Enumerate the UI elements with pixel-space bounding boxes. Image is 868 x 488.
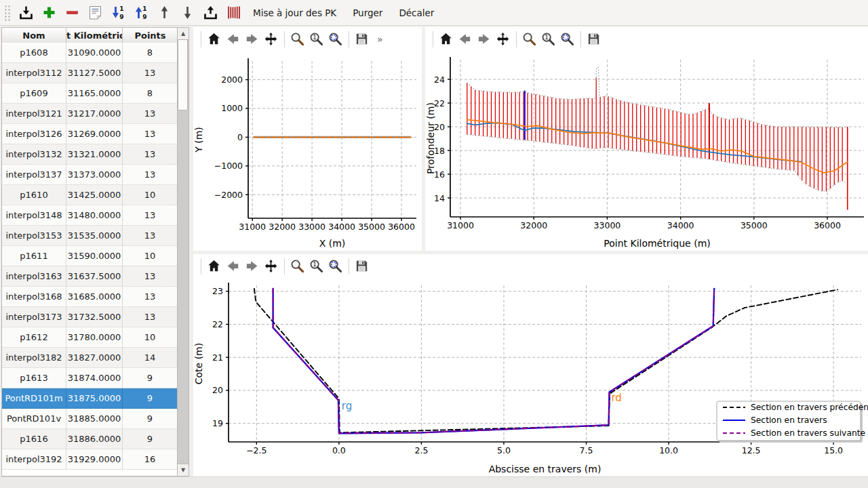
sort-descending-icon-button[interactable]: 19 — [108, 3, 128, 23]
table-row[interactable]: interpol312631269.000013 — [2, 124, 178, 144]
save-icon-button[interactable] — [353, 257, 372, 276]
zoom-fit-icon — [328, 31, 344, 47]
table-scrollbar[interactable]: ▲ ▼ — [177, 28, 189, 476]
purge-button[interactable]: Purger — [346, 3, 389, 22]
plan-chart[interactable]: 310003200033000340003500036000−2000−1000… — [193, 52, 422, 251]
table-cell: interpol3182 — [2, 348, 66, 368]
column-header-nom[interactable]: Nom — [2, 28, 66, 43]
export-icon-button[interactable] — [200, 3, 220, 23]
table-row[interactable]: interpol317331732.500013 — [2, 307, 178, 327]
shift-button[interactable]: Décaler — [392, 3, 441, 22]
table-cell: 8 — [123, 43, 178, 63]
toolbar-grip[interactable] — [3, 4, 10, 22]
table-cell: 10 — [123, 327, 178, 348]
table-cell: 9 — [123, 429, 178, 449]
toolbar-separator — [516, 31, 517, 47]
zoom-icon-button[interactable] — [288, 30, 307, 49]
forward-icon-button[interactable] — [243, 257, 262, 276]
import-icon-button[interactable] — [16, 3, 36, 23]
zoom-one-icon-button[interactable]: 1 — [307, 257, 326, 276]
table-cell: 31827.0000 — [66, 348, 123, 368]
table-cell: interpol3126 — [2, 124, 66, 144]
home-icon-button[interactable] — [205, 30, 224, 49]
zoom-fit-icon-button[interactable] — [558, 30, 577, 49]
table-scrollbar-thumb[interactable] — [178, 39, 188, 110]
column-header-point-kilometrique[interactable]: t Kilométrique — [66, 28, 123, 43]
table-row[interactable]: interpol315331535.000013 — [2, 226, 178, 246]
zoom-fit-icon — [328, 258, 344, 274]
pan-icon-button[interactable] — [494, 30, 513, 49]
save-icon-button[interactable] — [353, 30, 372, 49]
table-row[interactable]: p160831090.00008 — [2, 43, 178, 63]
table-row-selected[interactable]: PontRD101m31875.00009 — [2, 388, 178, 409]
forward-icon-button[interactable] — [475, 30, 494, 49]
table-row[interactable]: interpol319231929.000016 — [2, 449, 178, 470]
table-row[interactable]: interpol313731373.000013 — [2, 165, 178, 185]
home-icon-button[interactable] — [437, 30, 456, 49]
profile-chart[interactable]: 3100032000330003400035000360001416182022… — [425, 52, 868, 251]
table-row[interactable]: interpol316331637.500013 — [2, 266, 178, 287]
zoom-one-icon: 1 — [540, 31, 557, 47]
profile-plot-panel: 1 31000320003300034000350003600014161820… — [425, 27, 868, 251]
pan-icon-button[interactable] — [262, 257, 281, 276]
y-tick-label: 22 — [212, 319, 223, 329]
table-cell: 13 — [123, 266, 178, 287]
sections-icon-button[interactable] — [223, 3, 243, 23]
table-row[interactable]: interpol313231321.000013 — [2, 144, 178, 165]
scroll-up-arrow-icon[interactable]: ▲ — [178, 28, 189, 40]
x-tick-label: 12.5 — [742, 445, 761, 455]
table-cell: interpol3132 — [2, 144, 66, 165]
column-header-points[interactable]: Points — [123, 28, 178, 43]
zoom-one-icon-button[interactable]: 1 — [307, 30, 326, 49]
zoom-icon-button[interactable] — [288, 257, 307, 276]
back-icon-button[interactable] — [224, 30, 243, 49]
forward-icon-button[interactable] — [243, 30, 262, 49]
zoom-fit-icon-button[interactable] — [326, 30, 345, 49]
table-cell: 31732.5000 — [66, 307, 123, 327]
table-row[interactable]: p161331874.00009 — [2, 368, 178, 388]
zoom-icon — [290, 31, 306, 47]
move-up-icon-button[interactable] — [154, 3, 174, 23]
remove-icon — [64, 4, 81, 21]
table-cell: 13 — [123, 307, 178, 327]
table-row[interactable]: p160931165.00008 — [2, 83, 178, 104]
zoom-one-icon: 1 — [309, 31, 325, 47]
rive-droite-label: rd — [611, 392, 621, 404]
table-row[interactable]: interpol318231827.000014 — [2, 348, 178, 368]
table-cell: 13 — [123, 287, 178, 307]
forward-icon — [476, 31, 492, 47]
table-row[interactable]: PontRD101v31885.00009 — [2, 409, 178, 429]
table-row[interactable]: p161131590.000010 — [2, 246, 178, 266]
move-down-icon-button[interactable] — [177, 3, 197, 23]
home-icon-button[interactable] — [205, 257, 224, 276]
table-row[interactable]: interpol314831480.000013 — [2, 205, 178, 226]
back-icon-button[interactable] — [456, 30, 475, 49]
table-cell: interpol3153 — [2, 226, 66, 246]
note-icon-button[interactable] — [85, 3, 105, 23]
table-row[interactable]: p161231780.000010 — [2, 327, 178, 348]
add-icon-button[interactable] — [39, 3, 59, 23]
pan-icon-button[interactable] — [262, 30, 281, 49]
cross-section-chart[interactable]: rgrd−2.50.02.55.07.510.012.515.019202122… — [193, 279, 868, 476]
table-row[interactable]: p161631886.00009 — [2, 429, 178, 449]
update-pk-button[interactable]: Mise à jour des PK — [246, 3, 343, 22]
back-icon-button[interactable] — [224, 257, 243, 276]
table-row[interactable]: interpol311231127.500013 — [2, 63, 178, 83]
table-cell: interpol3168 — [2, 287, 66, 307]
remove-icon-button[interactable] — [62, 3, 82, 23]
table-row[interactable]: interpol316831685.000013 — [2, 287, 178, 307]
save-icon-button[interactable] — [585, 30, 604, 49]
table-row[interactable]: p161031425.000010 — [2, 185, 178, 205]
table-cell: 31874.0000 — [66, 368, 123, 388]
table-row[interactable]: interpol312131217.000013 — [2, 104, 178, 124]
sort-ascending-icon-button[interactable]: 19 — [131, 3, 151, 23]
zoom-fit-icon-button[interactable] — [326, 257, 345, 276]
toolbar-overflow-chevron[interactable]: » — [377, 34, 383, 45]
zoom-icon-button[interactable] — [520, 30, 539, 49]
zoom-one-icon-button[interactable]: 1 — [539, 30, 558, 49]
svg-text:1: 1 — [313, 34, 317, 41]
toolbar-separator — [284, 31, 285, 47]
x-tick-label: 33000 — [298, 222, 326, 232]
scroll-down-arrow-icon[interactable]: ▼ — [178, 464, 189, 476]
zoom-icon — [290, 258, 306, 274]
